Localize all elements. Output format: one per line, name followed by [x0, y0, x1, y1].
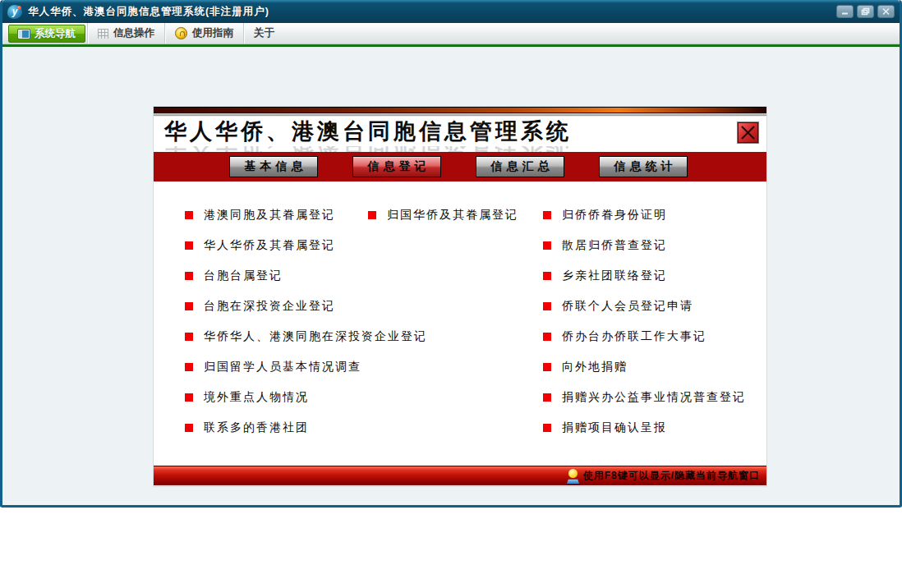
nav-button-info-statistics[interactable]: 信息统计: [599, 156, 688, 177]
restore-button[interactable]: [857, 5, 874, 18]
tab-information-operations[interactable]: 信息操作: [87, 23, 164, 44]
bullet-icon: [185, 363, 193, 371]
close-button[interactable]: [877, 5, 895, 18]
bullet-icon: [543, 333, 551, 341]
navigation-dialog: 华人华侨、港澳台同胞信息管理系统 华人华侨、港澳台同胞信息管理系统 基本信息 信…: [154, 107, 766, 486]
bullet-icon: [185, 302, 193, 310]
bullet-icon: [185, 424, 193, 432]
nav-button-basic-info[interactable]: 基本信息: [229, 156, 318, 177]
bullet-icon: [185, 211, 193, 219]
screen: y 华人华侨、港澳台同胞信息管理系统(非注册用户) 系统导航: [0, 0, 902, 588]
menu-item[interactable]: 捐赠项目确认呈报: [543, 412, 746, 443]
window-icon: [18, 30, 30, 39]
menu-item[interactable]: 归国华侨及其眷属登记: [368, 200, 518, 230]
dialog-menu-area: 港澳同胞及其眷属登记 华人华侨及其眷属登记 台胞台属登记 台胞在深投资企业登记 …: [154, 181, 766, 466]
app-icon-dot: [17, 6, 21, 10]
minimize-icon: [840, 7, 849, 16]
tab-about[interactable]: 关于: [243, 23, 284, 44]
menu-item[interactable]: 归侨侨眷身份证明: [543, 200, 746, 230]
bullet-icon: [543, 393, 551, 402]
dialog-close-button[interactable]: [737, 122, 759, 144]
menu-item[interactable]: 联系多的香港社团: [185, 412, 427, 443]
menu-item[interactable]: 台胞在深投资企业登记: [185, 291, 427, 321]
menu-item[interactable]: 侨办台办侨联工作大事记: [543, 321, 746, 351]
menu-item[interactable]: 散居归侨普查登记: [543, 230, 746, 260]
dialog-top-strip: [154, 107, 766, 113]
status-hint: 使用F8键可以显示/隐藏当前导航窗口: [583, 469, 760, 483]
tab-label: 系统导航: [35, 27, 76, 41]
restore-icon: [861, 7, 870, 16]
tab-user-guide[interactable]: 使用指南: [164, 23, 243, 44]
close-icon: [740, 125, 756, 140]
menu-item[interactable]: 归国留学人员基本情况调查: [185, 351, 427, 382]
grid-icon: [98, 29, 108, 39]
tab-system-navigation[interactable]: 系统导航: [8, 25, 85, 43]
menu-column-1: 港澳同胞及其眷属登记 华人华侨及其眷属登记 台胞台属登记 台胞在深投资企业登记 …: [185, 200, 427, 443]
window-title: 华人华侨、港澳台同胞信息管理系统(非注册用户): [28, 5, 269, 19]
menu-item[interactable]: 华侨华人、港澳同胞在深投资企业登记: [185, 321, 427, 351]
app-window: y 华人华侨、港澳台同胞信息管理系统(非注册用户) 系统导航: [0, 0, 902, 508]
guide-icon: [175, 27, 187, 39]
dialog-header: 华人华侨、港澳台同胞信息管理系统 华人华侨、港澳台同胞信息管理系统: [154, 117, 766, 152]
dialog-nav-bar: 基本信息 信息登记 信息汇总 信息统计: [154, 152, 766, 181]
menu-item[interactable]: 侨联个人会员登记申请: [543, 291, 746, 321]
menu-item[interactable]: 境外重点人物情况: [185, 382, 427, 412]
bullet-icon: [543, 424, 551, 432]
nav-button-info-registration[interactable]: 信息登记: [352, 156, 441, 177]
bullet-icon: [543, 272, 551, 280]
menu-column-3: 归侨侨眷身份证明 散居归侨普查登记 乡亲社团联络登记 侨联个人会员登记申请 侨办…: [543, 200, 746, 443]
toolbar: 系统导航 信息操作 使用指南 关于: [2, 23, 900, 44]
lightbulb-icon: [568, 469, 578, 484]
tab-label: 使用指南: [192, 26, 233, 40]
nav-button-info-summary[interactable]: 信息汇总: [476, 156, 564, 177]
dialog-status-bar: 使用F8键可以显示/隐藏当前导航窗口: [154, 466, 766, 485]
menu-column-2: 归国华侨及其眷属登记: [368, 200, 518, 230]
bullet-icon: [185, 333, 193, 341]
menu-item[interactable]: 向外地捐赠: [543, 351, 746, 382]
bullet-icon: [543, 363, 551, 371]
bullet-icon: [185, 393, 193, 402]
bullet-icon: [543, 211, 551, 219]
bullet-icon: [368, 211, 376, 219]
titlebar: y 华人华侨、港澳台同胞信息管理系统(非注册用户): [2, 0, 900, 23]
tab-label: 信息操作: [113, 26, 154, 40]
dialog-title: 华人华侨、港澳台同胞信息管理系统: [164, 117, 766, 146]
menu-item[interactable]: 华人华侨及其眷属登记: [185, 230, 427, 260]
window-controls: [836, 5, 895, 18]
bullet-icon: [185, 272, 193, 280]
app-icon: y: [7, 5, 22, 19]
bullet-icon: [543, 302, 551, 310]
menu-item[interactable]: 乡亲社团联络登记: [543, 260, 746, 291]
menu-item[interactable]: 台胞台属登记: [185, 260, 427, 291]
tab-label: 关于: [254, 26, 274, 40]
dialog-title-reflection: 华人华侨、港澳台同胞信息管理系统: [164, 146, 766, 152]
bullet-icon: [185, 241, 193, 250]
menu-item[interactable]: 捐赠兴办公益事业情况普查登记: [543, 382, 746, 412]
minimize-button[interactable]: [836, 5, 854, 18]
client-area: 华人华侨、港澳台同胞信息管理系统 华人华侨、港澳台同胞信息管理系统 基本信息 信…: [2, 47, 900, 505]
bullet-icon: [543, 241, 551, 250]
close-icon: [881, 7, 890, 16]
